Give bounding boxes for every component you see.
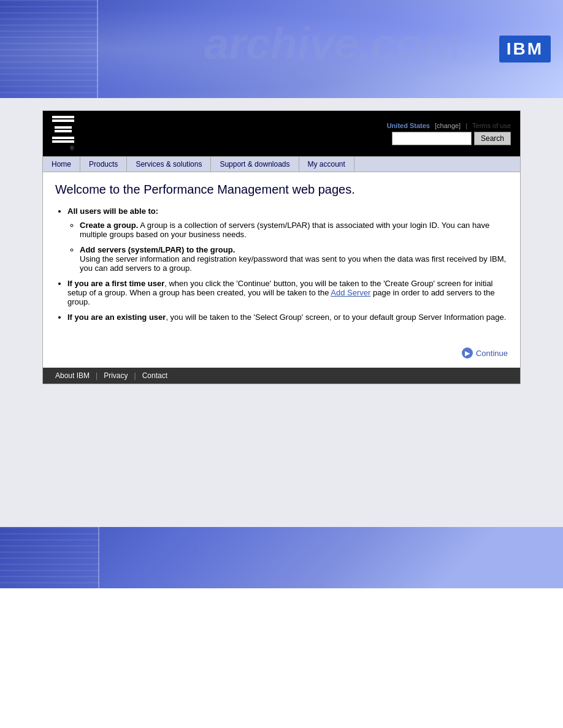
header-separator: | (465, 122, 467, 129)
bullet-all-users-bold: All users will be able to: (67, 207, 158, 216)
nav-services[interactable]: Services & solutions (127, 157, 211, 172)
watermark: archive.com (204, 18, 462, 69)
content-box: ® United States [change] | Terms of use … (42, 110, 521, 384)
add-servers-bold: Add servers (system/LPAR) to the group. (80, 245, 235, 254)
first-time-user-bold: If you are a first time user (67, 279, 164, 288)
ibm-bar-2 (52, 119, 74, 122)
create-group-bold: Create a group. (80, 221, 138, 230)
change-label[interactable]: [change] (435, 122, 461, 129)
ibm-bar-6 (52, 140, 74, 143)
ibm-bar-1 (52, 116, 74, 118)
search-input[interactable] (392, 132, 472, 145)
main-wrapper: ® United States [change] | Terms of use … (0, 98, 563, 527)
footer-contact[interactable]: Contact (136, 371, 174, 380)
add-servers-text: Using the server information and registr… (80, 254, 506, 273)
bullet-first-time-user: If you are a first time user, when you c… (67, 279, 508, 306)
add-server-link[interactable]: Add Server (331, 288, 370, 297)
bullet-existing-user: If you are an existing user, you will be… (67, 313, 508, 322)
main-bullet-list: All users will be able to: Create a grou… (67, 207, 508, 322)
sub-bullet-list: Create a group. A group is a collection … (80, 221, 508, 273)
continue-icon: ▶ (462, 347, 473, 358)
header-right: United States [change] | Terms of use Se… (387, 122, 511, 145)
continue-button[interactable]: Continue (476, 349, 508, 358)
footer-about-ibm[interactable]: About IBM (52, 371, 96, 380)
top-banner: archive.com IBM (0, 0, 563, 98)
banner-stripes (0, 0, 98, 98)
nav-home[interactable]: Home (43, 157, 80, 172)
existing-user-text: , you will be taken to the 'Select Group… (166, 313, 506, 322)
terms-link[interactable]: Terms of use (472, 122, 511, 129)
nav-myaccount[interactable]: My account (299, 157, 354, 172)
ibm-bar-4 (55, 130, 72, 132)
search-bar: Search (392, 132, 511, 145)
continue-row: ▶ Continue (43, 341, 520, 368)
country-link[interactable]: United States (387, 122, 430, 129)
bullet-all-users: All users will be able to: Create a grou… (67, 207, 508, 273)
existing-user-bold: If you are an existing user (67, 313, 166, 322)
footer-privacy[interactable]: Privacy (98, 371, 134, 380)
bottom-banner (0, 527, 563, 588)
ibm-bar-5 (52, 137, 74, 139)
ibm-logo-top: IBM (499, 36, 551, 63)
sub-bullet-create-group: Create a group. A group is a collection … (80, 221, 508, 239)
nav-support[interactable]: Support & downloads (211, 157, 299, 172)
nav-bar: Home Products Services & solutions Suppo… (43, 156, 520, 172)
header-links: United States [change] | Terms of use (387, 122, 511, 129)
search-button[interactable]: Search (474, 132, 511, 145)
ibm-logo-inner: ® (52, 116, 74, 151)
ibm-bar-3 (55, 126, 72, 129)
create-group-text: A group is a collection of servers (syst… (80, 221, 489, 239)
page-content: Welcome to the Performance Management we… (43, 172, 520, 341)
page-title: Welcome to the Performance Management we… (55, 181, 508, 197)
nav-products[interactable]: Products (80, 157, 127, 172)
footer-bar: About IBM | Privacy | Contact (43, 368, 520, 384)
sub-bullet-add-servers: Add servers (system/LPAR) to the group. … (80, 245, 508, 273)
ibm-header-bar: ® United States [change] | Terms of use … (43, 111, 520, 156)
